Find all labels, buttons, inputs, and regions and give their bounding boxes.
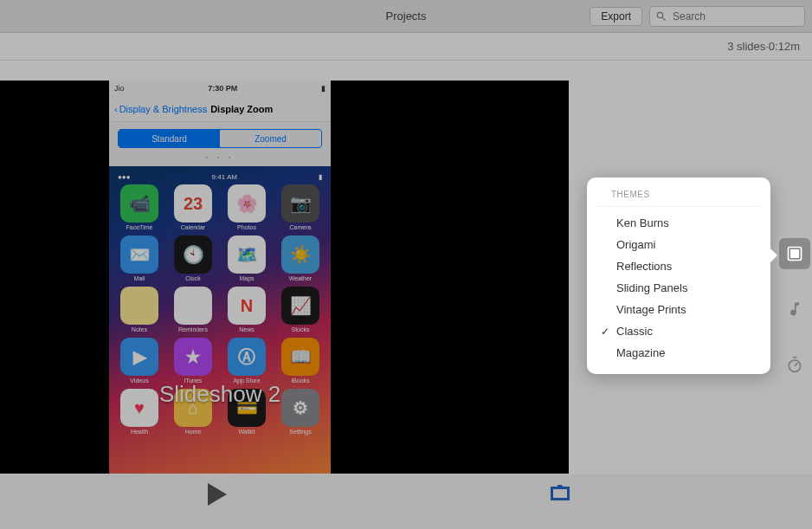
export-button[interactable]: Export (590, 7, 642, 26)
theme-item[interactable]: Sliding Panels (587, 277, 770, 299)
search-icon (655, 10, 667, 23)
svg-rect-2 (790, 249, 799, 258)
toolbar: Projects Export (0, 0, 812, 33)
search-input[interactable] (649, 6, 805, 27)
themes-tool-button[interactable] (779, 238, 810, 269)
home-screen: ●●● 9:41 AM ▮ 📹FaceTime23Calendar🌸Photos… (109, 166, 331, 474)
slideshow-title: Slideshow 2 (109, 381, 331, 408)
svg-point-3 (789, 360, 800, 371)
side-toolbar (777, 238, 812, 380)
playback-controls (0, 474, 812, 529)
info-bar: 3 slides · 0:12m (0, 33, 812, 61)
checkmark-icon: ✓ (601, 326, 616, 338)
toolbar-title: Projects (386, 10, 427, 23)
app-icon: ★iTunes (168, 338, 218, 384)
app-icon: ▶Videos (114, 338, 164, 384)
app-icon: Notes (114, 287, 164, 332)
home-battery: ▮ (319, 173, 322, 181)
app-icon: 📖iBooks (275, 338, 325, 384)
themes-popover: THEMES Ken BurnsOrigamiReflectionsSlidin… (587, 177, 770, 374)
theme-item[interactable]: Origami (587, 234, 770, 255)
slideshow-preview: Jio 7:30 PM ▮ ‹ Display & Brightness Dis… (0, 81, 569, 474)
themes-header: THEMES (597, 190, 760, 207)
theme-item[interactable]: ✓Classic (587, 320, 770, 342)
app-icon: ☀️Weather (275, 235, 325, 281)
nav-title: Display Zoom (210, 104, 273, 114)
theme-label: Vintage Prints (616, 303, 686, 316)
theme-item[interactable]: Magazine (587, 342, 770, 364)
theme-item[interactable]: Reflections (587, 255, 770, 277)
carrier-label: Jio (114, 84, 125, 93)
theme-label: Origami (616, 238, 656, 251)
theme-item[interactable]: Ken Burns (587, 212, 770, 234)
app-icon: 📷Camera (275, 184, 325, 230)
svg-rect-0 (551, 487, 569, 500)
app-icon: Reminders (168, 287, 218, 332)
status-time: 7:30 PM (208, 84, 237, 93)
back-label: Display & Brightness (119, 104, 208, 114)
app-icon: 🗺️Maps (222, 235, 272, 281)
duration: 0:12m (769, 40, 800, 53)
theme-label: Ken Burns (616, 216, 669, 229)
app-icon: ✉️Mail (114, 235, 164, 281)
app-icon: 📹FaceTime (114, 184, 164, 230)
theme-label: Magazine (616, 346, 665, 359)
theme-label: Classic (616, 325, 653, 338)
theme-label: Reflections (616, 260, 672, 273)
music-tool-button[interactable] (779, 294, 810, 325)
search-field-wrap (649, 6, 805, 27)
home-time: 9:41 AM (212, 173, 237, 181)
seg-standard: Standard (119, 130, 220, 147)
duration-tool-button[interactable] (779, 349, 810, 380)
app-icon: 🕙Clock (168, 235, 218, 281)
app-icon: 📈Stocks (275, 287, 325, 332)
chevron-left-icon: ‹ (114, 104, 118, 114)
seg-zoomed: Zoomed (220, 130, 321, 147)
app-icon: ⒶApp Store (222, 338, 272, 384)
slides-count: 3 slides (727, 40, 765, 53)
theme-label: Sliding Panels (616, 281, 687, 294)
battery-icon: ▮ (321, 84, 325, 93)
home-carrier: ●●● (118, 173, 131, 181)
segmented-control: Standard Zoomed (118, 129, 322, 148)
page-dots: • • • (109, 153, 331, 161)
back-button: ‹ Display & Brightness (114, 104, 207, 114)
phone-mockup: Jio 7:30 PM ▮ ‹ Display & Brightness Dis… (109, 81, 331, 474)
present-button[interactable] (551, 485, 570, 504)
play-button[interactable] (208, 483, 227, 509)
theme-item[interactable]: Vintage Prints (587, 299, 770, 320)
app-icon: 23Calendar (168, 184, 218, 230)
app-icon: 🌸Photos (222, 184, 272, 230)
app-icon: NNews (222, 287, 272, 332)
